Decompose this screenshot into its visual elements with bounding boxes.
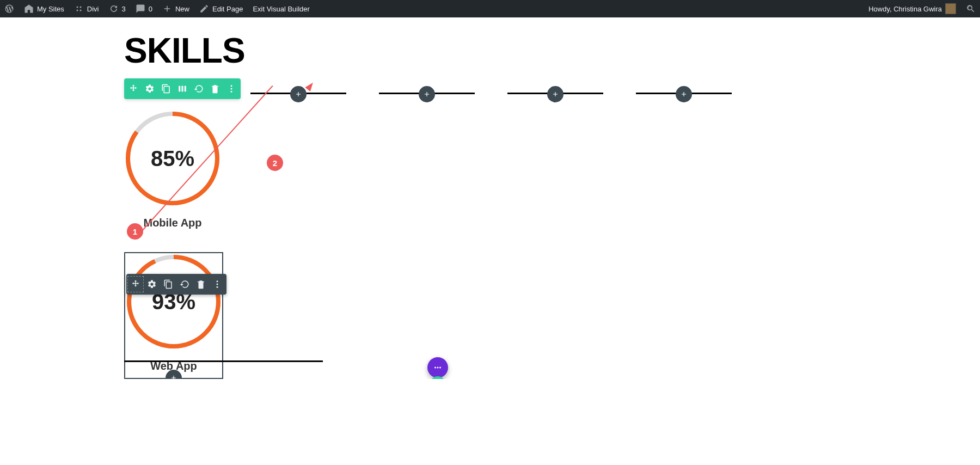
exit-visual-builder-link[interactable]: Exit Visual Builder (253, 5, 310, 13)
add-module-button-col4[interactable] (547, 86, 564, 102)
updates-count: 3 (122, 5, 126, 13)
row-columns-button[interactable] (174, 81, 191, 97)
wp-logo[interactable] (4, 4, 14, 14)
site-label: Divi (87, 5, 99, 13)
svg-point-1 (79, 7, 81, 8)
svg-point-5 (231, 88, 232, 90)
module-duplicate-button[interactable] (160, 276, 176, 292)
module-more-button[interactable] (209, 276, 225, 292)
avatar (945, 3, 956, 14)
svg-point-0 (76, 7, 78, 8)
new-content-link[interactable]: New (162, 4, 189, 14)
edit-page-label: Edit Page (212, 5, 243, 13)
divider (124, 360, 323, 362)
column-5[interactable] (636, 93, 732, 94)
svg-point-14 (434, 367, 436, 369)
search-toggle[interactable] (966, 4, 976, 14)
svg-point-6 (231, 91, 232, 93)
my-sites-link[interactable]: My Sites (24, 4, 64, 14)
row-move-handle[interactable] (125, 81, 142, 97)
svg-point-16 (439, 367, 441, 369)
module-delete-button[interactable] (193, 276, 209, 292)
row-more-button[interactable] (223, 81, 240, 97)
add-module-button-col2[interactable] (290, 86, 307, 102)
wp-admin-bar: My Sites Divi 3 0 New Edit Page Exit Vis… (0, 0, 980, 17)
edit-page-link[interactable]: Edit Page (199, 4, 243, 14)
annotation-2: 2 (267, 155, 283, 171)
svg-point-9 (217, 280, 218, 282)
svg-point-2 (76, 10, 78, 11)
svg-point-10 (217, 284, 218, 285)
page-title: SKILLS (124, 30, 973, 71)
add-module-button-col5[interactable] (676, 86, 692, 102)
howdy-label: Howdy, Christina Gwira (868, 5, 942, 13)
comments-count: 0 (149, 5, 152, 13)
module-save-button[interactable] (176, 276, 193, 292)
my-sites-label: My Sites (37, 5, 64, 13)
column-3[interactable] (379, 93, 475, 94)
builder-options-fab[interactable] (427, 357, 448, 378)
module-toolbar (126, 274, 226, 295)
row-duplicate-button[interactable] (158, 81, 174, 97)
module-move-handle[interactable] (127, 276, 144, 292)
comments-link[interactable]: 0 (136, 4, 152, 14)
row-toolbar (124, 78, 241, 99)
annotation-1: 1 (127, 223, 143, 240)
counter-1-percent: 85% (151, 146, 194, 171)
howdy-link[interactable]: Howdy, Christina Gwira (868, 3, 956, 14)
svg-point-3 (79, 10, 81, 11)
updates-link[interactable]: 3 (109, 4, 126, 14)
row-save-button[interactable] (191, 81, 207, 97)
add-module-button-col3[interactable] (419, 86, 435, 102)
column-4[interactable] (507, 93, 603, 94)
circle-counter-1[interactable]: 85% Mobile App (124, 110, 221, 229)
module-settings-button[interactable] (144, 276, 160, 292)
row-delete-button[interactable] (207, 81, 223, 97)
svg-point-15 (437, 367, 439, 369)
new-label: New (175, 5, 189, 13)
site-name-link[interactable]: Divi (74, 4, 99, 14)
row-settings-button[interactable] (142, 81, 158, 97)
svg-point-4 (231, 85, 232, 87)
exit-label: Exit Visual Builder (253, 5, 310, 13)
svg-point-11 (217, 286, 218, 288)
empty-columns-row (250, 78, 732, 94)
